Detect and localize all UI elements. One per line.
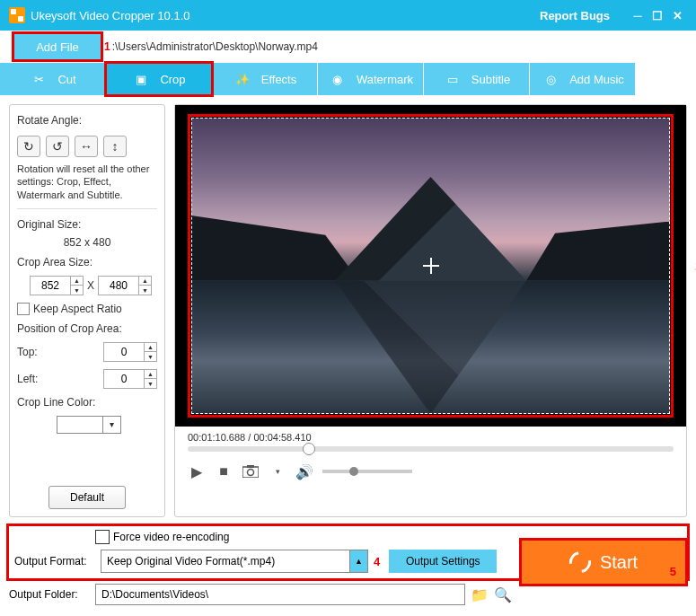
volume-slider[interactable] bbox=[322, 470, 412, 473]
output-settings-button[interactable]: Output Settings bbox=[389, 550, 497, 573]
output-format-combo[interactable] bbox=[101, 550, 350, 573]
start-button[interactable]: Start 5 bbox=[522, 541, 685, 584]
original-size-label: Original Size: bbox=[17, 218, 157, 231]
scissors-icon: ✂ bbox=[29, 69, 48, 89]
volume-thumb[interactable] bbox=[349, 467, 358, 476]
title-bar: Ukeysoft Video Cropper 10.1.0 Report Bug… bbox=[0, 0, 696, 31]
volume-icon[interactable]: 🔊 bbox=[295, 462, 313, 480]
top-label: Top: bbox=[17, 346, 53, 358]
rotation-note: Rotation will reset all the other settin… bbox=[17, 163, 157, 201]
tab-addmusic[interactable]: ◎ Add Music bbox=[530, 63, 636, 95]
keep-aspect-ratio-label: Keep Aspect Ratio bbox=[33, 303, 122, 315]
rotate-ccw-button[interactable]: ↺ bbox=[46, 136, 69, 157]
output-folder-label: Output Folder: bbox=[9, 588, 92, 601]
subtitle-icon: ▭ bbox=[443, 69, 463, 89]
add-file-button[interactable]: Add File bbox=[14, 34, 101, 59]
snapshot-button[interactable] bbox=[242, 462, 260, 480]
video-preview[interactable] bbox=[175, 105, 686, 427]
effects-icon: ✨ bbox=[233, 69, 252, 89]
crop-line-color-label: Crop Line Color: bbox=[17, 396, 157, 409]
annotation-4: 4 bbox=[374, 555, 380, 568]
crop-settings-panel: Rotate Angle: ↻ ↺ ↔ ↕ Rotation will rese… bbox=[9, 104, 165, 517]
flip-vertical-button[interactable]: ↕ bbox=[103, 136, 127, 157]
app-logo-icon bbox=[9, 7, 25, 23]
flip-horizontal-button[interactable]: ↔ bbox=[75, 136, 98, 157]
file-path: :\Users\Administrator\Desktop\Norway.mp4 bbox=[112, 40, 318, 53]
browse-folder-icon[interactable]: 📁 bbox=[471, 586, 489, 603]
force-reencode-label: Force video re-encoding bbox=[113, 531, 229, 543]
crosshair-icon bbox=[423, 258, 439, 274]
crop-width-spinner[interactable]: ▲▼ bbox=[71, 276, 84, 295]
crop-left-spinner[interactable]: ▲▼ bbox=[145, 369, 157, 389]
tab-bar: ✂ Cut ▣ Crop ✨ Effects ◉ Watermark ▭ Sub… bbox=[0, 63, 696, 95]
force-reencode-checkbox[interactable] bbox=[95, 530, 110, 544]
rotate-cw-button[interactable]: ↻ bbox=[17, 136, 40, 157]
stop-button[interactable]: ■ bbox=[215, 462, 233, 480]
output-format-dropdown-button[interactable]: ▲ bbox=[350, 550, 368, 573]
tab-watermark[interactable]: ◉ Watermark bbox=[318, 63, 424, 95]
left-label: Left: bbox=[17, 373, 53, 385]
svg-rect-1 bbox=[247, 465, 254, 468]
tab-effects[interactable]: ✨ Effects bbox=[212, 63, 318, 95]
crop-line-color-dropdown[interactable]: ▾ bbox=[103, 416, 121, 434]
keep-aspect-ratio-checkbox[interactable] bbox=[17, 303, 30, 315]
play-button[interactable]: ▶ bbox=[188, 462, 206, 480]
minimize-button[interactable]: ─ bbox=[628, 9, 648, 22]
output-folder-input[interactable] bbox=[95, 584, 465, 605]
preview-panel: 2 00:01:10.688 / 00:04:58.410 ▶ ■ ▾ 🔊 bbox=[174, 104, 687, 517]
svg-point-2 bbox=[248, 470, 254, 476]
annotation-5: 5 bbox=[670, 565, 676, 578]
crop-top-input[interactable] bbox=[103, 342, 145, 362]
app-title: Ukeysoft Video Cropper 10.1.0 bbox=[31, 9, 190, 22]
report-bugs-link[interactable]: Report Bugs bbox=[540, 9, 610, 22]
crop-icon: ▣ bbox=[131, 69, 151, 89]
original-size-value: 852 x 480 bbox=[17, 236, 157, 249]
annotation-1: 1 bbox=[104, 40, 110, 53]
snapshot-menu-icon[interactable]: ▾ bbox=[269, 462, 286, 480]
crop-area-size-label: Crop Area Size: bbox=[17, 256, 157, 268]
default-button[interactable]: Default bbox=[48, 486, 126, 509]
seek-slider[interactable] bbox=[188, 446, 674, 452]
maximize-button[interactable]: ☐ bbox=[648, 9, 667, 22]
tab-cut[interactable]: ✂ Cut bbox=[0, 63, 106, 95]
crop-top-spinner[interactable]: ▲▼ bbox=[145, 342, 157, 362]
open-folder-icon[interactable]: 🔍 bbox=[494, 586, 512, 603]
seek-thumb[interactable] bbox=[303, 443, 315, 455]
tab-crop[interactable]: ▣ Crop bbox=[106, 63, 212, 95]
tab-subtitle[interactable]: ▭ Subtitle bbox=[424, 63, 530, 95]
refresh-icon bbox=[565, 547, 595, 576]
close-button[interactable]: ✕ bbox=[667, 9, 687, 22]
watermark-icon: ◉ bbox=[328, 69, 348, 89]
crop-height-spinner[interactable]: ▲▼ bbox=[139, 276, 152, 295]
music-icon: ◎ bbox=[541, 69, 560, 89]
output-format-label: Output Format: bbox=[14, 555, 97, 568]
crop-width-input[interactable] bbox=[30, 276, 71, 295]
crop-height-input[interactable] bbox=[98, 276, 139, 295]
crop-left-input[interactable] bbox=[103, 369, 145, 389]
rotate-angle-label: Rotate Angle: bbox=[17, 114, 157, 127]
timecode-display: 00:01:10.688 / 00:04:58.410 bbox=[175, 427, 686, 444]
file-row: Add File 1 :\Users\Administrator\Desktop… bbox=[0, 31, 696, 63]
crop-line-color-swatch[interactable] bbox=[57, 416, 103, 434]
crop-position-label: Position of Crop Area: bbox=[17, 322, 157, 335]
